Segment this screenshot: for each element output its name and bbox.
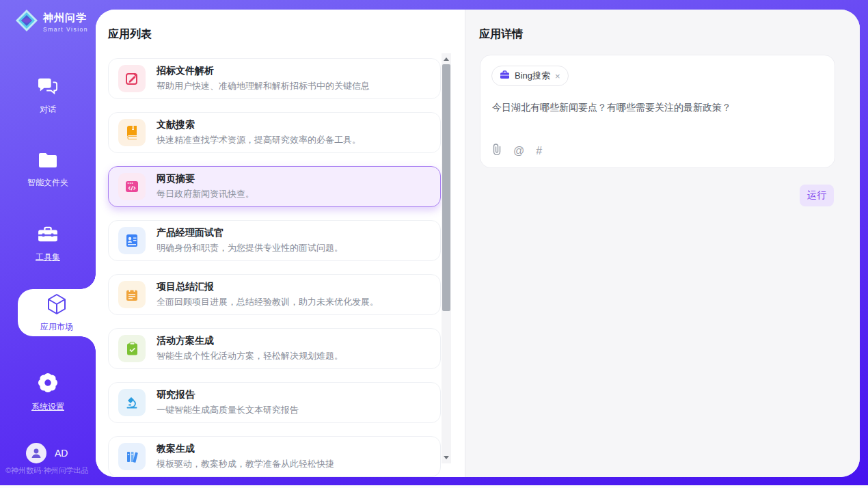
tool-tag-bing-search[interactable]: Bing搜索 × — [491, 66, 569, 86]
sidebar-item-app-market[interactable]: 应用市场 — [18, 289, 96, 336]
folder-icon — [38, 152, 58, 172]
sidebar-item-toolset[interactable]: 工具集 — [0, 226, 96, 263]
sidebar-item-label: 应用市场 — [40, 321, 73, 333]
run-button[interactable]: 运行 — [800, 185, 834, 206]
active-tab-fillet-bottom — [81, 336, 96, 351]
app-card-desc: 一键智能生成高质量长文本研究报告 — [157, 404, 299, 416]
brand-name: 神州问学 — [43, 12, 88, 25]
brand-logo: 神州问学 Smart Vision — [15, 9, 88, 35]
user-account[interactable]: AD — [26, 443, 68, 463]
attachment-icon[interactable] — [492, 144, 502, 158]
sidebar-item-label: 智能文件夹 — [27, 177, 68, 189]
app-card-title: 活动方案生成 — [157, 335, 343, 347]
app-card-desc: 智能生成个性化活动方案，轻松解决规划难题。 — [157, 350, 343, 362]
app-card-bid-parse[interactable]: 招标文件解析 帮助用户快速、准确地理解和解析招标书中的关键信息 — [108, 58, 441, 99]
edit-doc-icon — [118, 65, 146, 92]
list-scrollbar[interactable] — [442, 53, 451, 463]
toolbox-icon — [38, 226, 58, 246]
app-card-event-plan[interactable]: 活动方案生成 智能生成个性化活动方案，轻松解决规划难题。 — [108, 328, 441, 369]
tool-tag-label: Bing搜索 — [515, 70, 550, 82]
sidebar-item-settings[interactable]: 系统设置 — [0, 372, 96, 413]
app-card-title: 研究报告 — [157, 389, 299, 401]
sidebar-item-chat[interactable]: 对话 — [0, 77, 96, 116]
chat-icon — [38, 77, 58, 98]
app-card-desc: 全面回顾项目进展，总结经验教训，助力未来优化发展。 — [157, 296, 379, 308]
app-card-title: 产品经理面试官 — [157, 227, 343, 239]
sidebar-item-label: 系统设置 — [31, 401, 64, 413]
scroll-down-arrow-icon[interactable] — [444, 456, 449, 459]
person-icon — [30, 447, 42, 459]
note-icon — [118, 281, 146, 308]
avatar[interactable] — [26, 443, 46, 463]
user-initials: AD — [55, 448, 68, 459]
sidebar-item-label: 工具集 — [36, 252, 60, 263]
tag-close-icon[interactable]: × — [555, 71, 560, 81]
app-card-web-summary[interactable]: 网页摘要 每日政府新闻资讯快查。 — [108, 166, 441, 207]
brand-subtitle: Smart Vision — [43, 26, 88, 33]
app-card-pm-interviewer[interactable]: 产品经理面试官 明确身份和职责，为您提供专业性的面试问题。 — [108, 220, 441, 261]
active-tab-fillet-top — [81, 274, 96, 289]
app-card-desc: 模板驱动，教案秒成，教学准备从此轻松快捷 — [157, 458, 334, 470]
app-detail-panel: 应用详情 Bing搜索 × 今日湖北有哪些新闻要点？有哪些需要关注的最新政策？ — [465, 10, 860, 477]
app-list-panel: 应用列表 招标文件解析 帮助用户快速、准确地理解和解析招标书中的关键信息 — [96, 10, 465, 477]
microscope-icon — [118, 389, 146, 416]
books-icon — [118, 443, 146, 470]
app-list-title: 应用列表 — [108, 27, 152, 42]
app-detail-title: 应用详情 — [479, 27, 523, 42]
app-card-desc: 帮助用户快速、准确地理解和解析招标书中的关键信息 — [157, 80, 370, 92]
app-card-title: 项目总结汇报 — [157, 281, 379, 293]
browser-code-icon — [118, 173, 146, 200]
app-card-literature-search[interactable]: 文献搜索 快速精准查找学术资源，提高研究效率的必备工具。 — [108, 112, 441, 153]
prompt-input[interactable]: 今日湖北有哪些新闻要点？有哪些需要关注的最新政策？ — [492, 100, 820, 114]
mention-icon[interactable]: @ — [513, 145, 524, 157]
sidebar-footer: ©神州数码·神州问学出品 — [5, 465, 89, 476]
gear-icon — [38, 372, 58, 396]
clipboard-check-icon — [118, 335, 146, 362]
main-panel: 应用列表 招标文件解析 帮助用户快速、准确地理解和解析招标书中的关键信息 — [96, 10, 860, 477]
app-card-desc: 快速精准查找学术资源，提高研究效率的必备工具。 — [157, 134, 361, 146]
scroll-up-arrow-icon[interactable] — [444, 57, 449, 61]
sidebar-item-smart-folders[interactable]: 智能文件夹 — [0, 152, 96, 189]
sidebar: 神州问学 Smart Vision 对话 智能文件夹 — [0, 0, 96, 488]
briefcase-icon — [500, 70, 510, 82]
app-card-desc: 每日政府新闻资讯快查。 — [157, 188, 254, 200]
app-card-title: 网页摘要 — [157, 173, 254, 185]
hash-icon[interactable]: # — [536, 145, 542, 157]
cube-icon — [46, 293, 67, 318]
app-card-desc: 明确身份和职责，为您提供专业性的面试问题。 — [157, 242, 343, 254]
app-card-title: 招标文件解析 — [157, 65, 370, 77]
bottom-strip — [0, 485, 868, 488]
scrollbar-thumb[interactable] — [442, 64, 450, 311]
app-card-title: 文献搜索 — [157, 119, 361, 131]
app-card-lesson-plan[interactable]: 教案生成 模板驱动，教案秒成，教学准备从此轻松快捷 — [108, 436, 441, 477]
interview-doc-icon — [118, 227, 146, 254]
app-card-project-summary[interactable]: 项目总结汇报 全面回顾项目进展，总结经验教训，助力未来优化发展。 — [108, 274, 441, 315]
app-card-research-report[interactable]: 研究报告 一键智能生成高质量长文本研究报告 — [108, 382, 441, 423]
app-card-title: 教案生成 — [157, 443, 334, 455]
book-icon — [118, 119, 146, 146]
brand-logo-icon — [15, 9, 38, 35]
prompt-card: Bing搜索 × 今日湖北有哪些新闻要点？有哪些需要关注的最新政策？ @ # — [480, 55, 835, 168]
sidebar-item-label: 对话 — [40, 104, 56, 116]
